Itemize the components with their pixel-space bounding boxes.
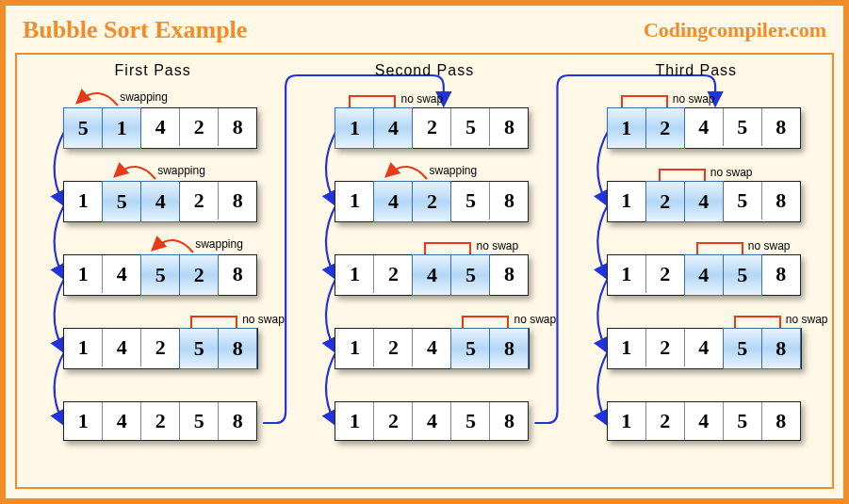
array-cell: 2 xyxy=(646,402,685,440)
noswap-label: no swap xyxy=(748,239,791,252)
array-cell: 2 xyxy=(645,107,685,149)
array-cell: 8 xyxy=(762,402,800,440)
array-cell: 5 xyxy=(140,254,180,296)
array-cell: 1 xyxy=(608,255,646,293)
array-cell: 5 xyxy=(723,254,762,296)
array-cell: 4 xyxy=(141,108,180,146)
array-cell: 4 xyxy=(373,181,413,222)
swap-label: swapping xyxy=(195,237,243,251)
array-cell: 4 xyxy=(103,255,141,293)
array-row: 14528 xyxy=(63,254,257,296)
array-cell: 4 xyxy=(140,181,180,222)
array-row: 12458 xyxy=(607,254,801,296)
array-cell: 8 xyxy=(490,182,528,219)
array-cell: 4 xyxy=(684,254,724,296)
array-cell: 5 xyxy=(451,108,490,146)
array-row: 12458 xyxy=(607,107,801,149)
array-cell: 1 xyxy=(335,182,374,219)
array-row: 12458 xyxy=(335,254,529,296)
noswap-label: no swap xyxy=(476,239,518,252)
array-cell: 5 xyxy=(724,402,762,440)
header: Bubble Sort Example Codingcompiler.com xyxy=(6,6,843,53)
array-row: 12458 xyxy=(607,181,801,222)
array-cell: 8 xyxy=(490,402,528,440)
noswap-label: no swap xyxy=(673,92,715,106)
array-cell: 1 xyxy=(102,107,141,149)
array-cell: 5 xyxy=(102,181,141,222)
array-cell: 4 xyxy=(685,329,724,366)
swap-label: swapping xyxy=(429,164,477,177)
noswap-bracket-icon xyxy=(692,241,739,254)
array-cell: 1 xyxy=(64,329,103,366)
array-row: 12458 xyxy=(607,401,801,441)
array-cell: 8 xyxy=(761,328,801,369)
array-cell: 2 xyxy=(179,254,219,296)
array-row: 14258 xyxy=(63,401,257,441)
array-cell: 8 xyxy=(219,108,256,146)
array-cell: 5 xyxy=(451,402,490,440)
array-cell: 2 xyxy=(141,329,180,366)
array-cell: 1 xyxy=(607,107,646,149)
array-cell: 8 xyxy=(762,182,800,219)
noswap-label: no swap xyxy=(242,313,285,326)
noswap-label: no swap xyxy=(514,313,556,326)
array-cell: 2 xyxy=(412,181,451,222)
noswap-label: no swap xyxy=(400,92,443,106)
array-cell: 1 xyxy=(335,107,374,149)
array-cell: 5 xyxy=(450,254,490,296)
array-cell: 2 xyxy=(180,182,219,219)
noswap-label: no swap xyxy=(710,166,753,179)
array-cell: 4 xyxy=(684,181,724,222)
noswap-label: no swap xyxy=(786,313,828,326)
array-cell: 1 xyxy=(608,182,646,219)
array-row: 12458 xyxy=(335,328,530,369)
array-cell: 2 xyxy=(141,402,180,440)
pass-column: Second Pass14258no swap14258swapping1245… xyxy=(297,62,551,487)
array-row: 51428 xyxy=(63,107,257,149)
array-cell: 5 xyxy=(450,328,490,369)
noswap-bracket-icon xyxy=(186,315,233,328)
outer-frame: Bubble Sort Example Codingcompiler.com F… xyxy=(0,0,849,504)
array-cell: 4 xyxy=(103,402,141,440)
swap-label: swapping xyxy=(120,90,168,104)
array-cell: 2 xyxy=(645,181,685,222)
pass-title: Second Pass xyxy=(297,62,551,79)
array-cell: 1 xyxy=(608,402,646,440)
array-cell: 1 xyxy=(64,255,103,293)
array-row: 14258 xyxy=(335,181,529,222)
array-cell: 4 xyxy=(103,329,141,366)
array-cell: 1 xyxy=(335,329,374,366)
array-cell: 4 xyxy=(685,108,724,146)
array-cell: 5 xyxy=(179,328,219,369)
array-cell: 1 xyxy=(64,402,103,440)
array-cell: 8 xyxy=(490,255,528,293)
swap-label: swapping xyxy=(157,164,205,177)
array-cell: 1 xyxy=(335,255,374,293)
pass-title: First Pass xyxy=(25,62,280,79)
array-cell: 5 xyxy=(180,402,219,440)
page-title: Bubble Sort Example xyxy=(23,16,247,44)
array-cell: 1 xyxy=(608,329,646,366)
array-row: 15428 xyxy=(63,181,257,222)
noswap-bracket-icon xyxy=(419,241,466,254)
array-cell: 8 xyxy=(490,108,528,146)
array-cell: 1 xyxy=(335,402,374,440)
array-cell: 5 xyxy=(724,182,762,219)
step: 12458 xyxy=(297,401,551,475)
array-row: 12458 xyxy=(607,328,802,369)
step: 12458no swap xyxy=(297,328,551,401)
array-cell: 2 xyxy=(374,329,413,366)
noswap-bracket-icon xyxy=(729,315,776,328)
step: 12458no swap xyxy=(569,328,824,401)
step: 12458 xyxy=(569,401,824,475)
noswap-bracket-icon xyxy=(654,168,701,181)
site-name: Codingcompiler.com xyxy=(644,18,826,42)
array-row: 14258 xyxy=(63,328,258,369)
step: 14258no swap xyxy=(25,328,280,401)
pass-title: Third Pass xyxy=(569,62,824,79)
array-cell: 5 xyxy=(451,182,490,219)
array-row: 14258 xyxy=(335,107,529,149)
array-cell: 5 xyxy=(724,108,762,146)
array-cell: 2 xyxy=(374,255,413,293)
array-cell: 8 xyxy=(489,328,529,369)
